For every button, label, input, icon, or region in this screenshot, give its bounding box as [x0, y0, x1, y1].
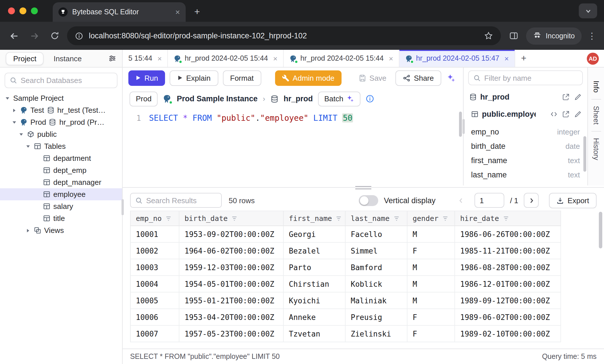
save-button[interactable]: Save	[354, 70, 391, 86]
worksheet-tab-3[interactable]: hr_prod 2024-02-05 15:44×	[284, 50, 399, 67]
share-button[interactable]: Share	[396, 70, 441, 86]
results-search-box[interactable]	[130, 193, 222, 208]
schema-scrollbar[interactable]	[583, 136, 586, 172]
ai-assistant-button[interactable]	[447, 74, 456, 82]
column-row-last-name[interactable]: last_nametext	[464, 168, 587, 182]
add-worksheet-tab-button[interactable]: +	[515, 50, 532, 67]
caret-right-icon[interactable]	[25, 228, 31, 233]
user-avatar[interactable]: AD	[587, 52, 599, 64]
code-icon[interactable]	[550, 110, 558, 118]
edit-pencil-icon[interactable]	[574, 93, 582, 100]
tree-item-dept-emp[interactable]: dept_emp	[0, 164, 122, 176]
side-panel-button[interactable]	[506, 28, 521, 43]
side-tab-info[interactable]: Info	[592, 74, 600, 99]
close-tab-icon[interactable]: ×	[273, 54, 277, 63]
tree-item-department[interactable]: department	[0, 152, 122, 164]
prev-page-button[interactable]	[454, 193, 469, 208]
close-tab-icon[interactable]: ×	[505, 54, 509, 63]
page-number-input[interactable]	[474, 193, 504, 208]
tree-item-public[interactable]: public	[0, 128, 122, 140]
sort-icon[interactable]	[393, 215, 400, 222]
edit-pencil-icon[interactable]	[574, 110, 582, 118]
close-window-button[interactable]	[8, 7, 15, 14]
explain-button[interactable]: Explain	[170, 70, 218, 86]
admin-mode-button[interactable]: Admin mode	[275, 70, 341, 86]
results-scrollbar[interactable]	[599, 212, 602, 248]
column-header-gender[interactable]: gender	[407, 211, 455, 226]
worksheet-tab-4[interactable]: hr_prod 2024-02-05 15:47×	[399, 50, 515, 67]
tree-item-title[interactable]: title	[0, 212, 122, 224]
run-button[interactable]: Run	[128, 70, 165, 86]
database-search-box[interactable]	[5, 73, 117, 88]
column-header-first-name[interactable]: first_name	[284, 211, 346, 226]
database-search-input[interactable]	[21, 76, 112, 85]
sort-icon[interactable]	[336, 215, 342, 222]
caret-right-icon[interactable]	[11, 107, 17, 113]
format-button[interactable]: Format	[223, 70, 261, 86]
export-button[interactable]: Export	[549, 193, 597, 208]
caret-down-icon[interactable]	[5, 95, 10, 101]
tree-item-salary[interactable]: salary	[0, 200, 122, 212]
tree-item-views[interactable]: Views	[0, 224, 122, 236]
instance-name[interactable]: Prod Sample Instance	[177, 94, 258, 103]
worksheet-tab-1[interactable]: 5 15:44×	[123, 50, 168, 67]
column-header-hire-date[interactable]: hire_date	[455, 211, 561, 226]
filter-settings-button[interactable]	[108, 54, 116, 62]
zoom-window-button[interactable]	[31, 7, 38, 14]
caret-down-icon[interactable]	[11, 119, 17, 125]
sidebar-resize-handle[interactable]	[121, 199, 124, 215]
tree-item-tables[interactable]: Tables	[0, 140, 122, 152]
column-header-emp-no[interactable]: emp_no	[130, 211, 179, 226]
sort-icon[interactable]	[165, 215, 172, 222]
tree-item-dept-manager[interactable]: dept_manager	[0, 176, 122, 188]
horizontal-splitter[interactable]	[123, 185, 604, 190]
column-row-emp-no[interactable]: emp_nointeger	[464, 125, 587, 139]
new-tab-button[interactable]: +	[189, 4, 205, 20]
tree-item-employee[interactable]: employee	[0, 188, 122, 200]
tab-instance[interactable]: Instance	[54, 54, 82, 63]
caret-down-icon[interactable]	[18, 131, 24, 137]
batch-button[interactable]: Batch	[318, 91, 361, 106]
sort-icon[interactable]	[231, 215, 238, 222]
column-header-birth-date[interactable]: birth_date	[179, 211, 284, 226]
forward-button[interactable]	[27, 28, 42, 43]
external-link-icon[interactable]	[562, 93, 570, 100]
vertical-display-toggle[interactable]	[359, 195, 378, 206]
close-tab-icon[interactable]: ×	[157, 54, 162, 63]
editor-scrollbar[interactable]	[459, 112, 462, 137]
info-icon[interactable]	[366, 94, 374, 103]
tree-item-prod[interactable]: Prodhr_prod (Pr…	[0, 116, 122, 128]
sql-code-line[interactable]: SELECT * FROM "public"."employee" LIMIT …	[149, 113, 353, 185]
sql-editor[interactable]: 1 SELECT * FROM "public"."employee" LIMI…	[123, 109, 463, 185]
tree-item-test[interactable]: Testhr_test (Test…	[0, 104, 122, 116]
tab-project[interactable]: Project	[6, 52, 44, 65]
splitter-grip[interactable]	[355, 186, 371, 189]
bookmark-star-icon[interactable]	[485, 31, 493, 40]
column-row-first-name[interactable]: first_nametext	[464, 153, 587, 168]
tree-item-sample-project[interactable]: Sample Project	[0, 92, 122, 104]
sort-icon[interactable]	[442, 215, 449, 222]
caret-down-icon[interactable]	[25, 143, 31, 149]
close-tab-icon[interactable]: ×	[175, 8, 180, 16]
schema-filter-input[interactable]	[484, 74, 578, 82]
external-link-icon[interactable]	[562, 110, 570, 118]
close-tab-icon[interactable]: ×	[389, 54, 393, 63]
sort-icon[interactable]	[502, 215, 509, 222]
schema-table-row[interactable]: public.employee	[464, 106, 587, 121]
panel-resize-handle[interactable]	[462, 119, 465, 134]
column-row-birth-date[interactable]: birth_datedate	[464, 139, 587, 153]
column-header-last-name[interactable]: last_name	[346, 211, 407, 226]
next-page-button[interactable]	[524, 193, 539, 208]
database-name[interactable]: hr_prod	[284, 94, 313, 103]
browser-tab[interactable]: Bytebase SQL Editor ×	[53, 2, 186, 22]
browser-menu-button[interactable]: ⋮	[587, 31, 597, 41]
side-tab-sheet[interactable]: Sheet	[592, 100, 600, 131]
schema-database-row[interactable]: hr_prod	[464, 89, 587, 104]
minimize-window-button[interactable]	[19, 7, 26, 14]
schema-filter-box[interactable]	[468, 70, 583, 85]
side-tab-history[interactable]: History	[592, 131, 600, 166]
back-button[interactable]	[7, 28, 22, 43]
url-bar[interactable]: localhost:8080/sql-editor/prod-sample-in…	[67, 26, 501, 45]
reload-button[interactable]	[47, 28, 62, 43]
tab-search-button[interactable]	[579, 3, 597, 18]
